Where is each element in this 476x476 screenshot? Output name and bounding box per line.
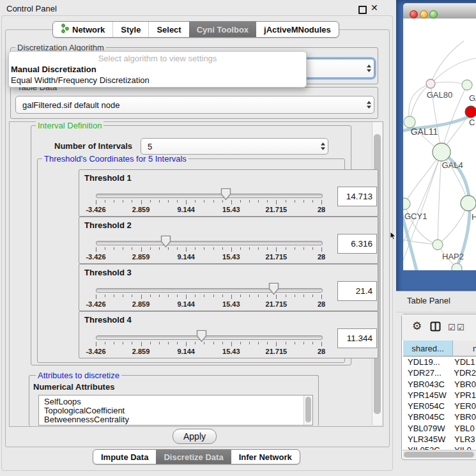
tick-label: 9.144 <box>177 206 195 213</box>
horizontal-scrollbar-thumb[interactable] <box>404 452 474 457</box>
zoom-traffic-light-icon[interactable] <box>429 10 438 19</box>
table-data-combobox[interactable]: galFiltered.sif default node <box>15 96 374 114</box>
tab-infer-network[interactable]: Infer Network <box>231 450 300 464</box>
tick-label: -3.426 <box>86 253 105 261</box>
column-header-name[interactable]: na <box>453 341 476 357</box>
network-canvas[interactable]: GAL80GACGAL11GAL4GCY1HHAP2 <box>403 19 476 270</box>
network-node[interactable] <box>426 79 435 88</box>
gear-icon[interactable]: ⚙ <box>412 319 422 333</box>
tick-mark <box>195 200 196 203</box>
tick-mark <box>222 295 223 297</box>
network-node[interactable] <box>433 240 443 250</box>
tab-impute-data[interactable]: Impute Data <box>93 450 156 464</box>
minimize-traffic-light-icon[interactable] <box>420 10 428 19</box>
dropdown-option[interactable]: Manual Discretization <box>9 64 306 75</box>
attribute-list-item[interactable]: TopologicalCoefficient <box>39 406 312 415</box>
slider-thumb[interactable] <box>196 330 207 342</box>
network-edge <box>410 84 431 122</box>
slider-track[interactable] <box>96 241 323 245</box>
tab-style[interactable]: Style <box>112 22 148 37</box>
tab-label: Impute Data <box>101 452 148 462</box>
tick-mark <box>231 295 232 299</box>
threshold-label: Threshold 2 <box>84 220 132 230</box>
tab-jactivemnodules[interactable]: jActiveMNodules <box>256 22 339 37</box>
tick-label: -3.426 <box>86 348 105 355</box>
tab-discretize-data[interactable]: Discretize Data <box>156 450 231 464</box>
dropdown-option[interactable]: Equal Width/Frequency Discretization <box>9 75 306 86</box>
apply-button[interactable]: Apply <box>173 429 217 444</box>
table-row[interactable]: YDR27...YDR2 <box>402 367 476 378</box>
network-node[interactable] <box>462 80 472 90</box>
cell-name: YER0 <box>452 401 476 411</box>
tick-mark <box>276 247 277 252</box>
slider-track[interactable] <box>96 288 323 293</box>
tick-mark <box>267 200 268 203</box>
tick-mark <box>150 247 151 250</box>
select-all-checkbox-icon[interactable]: ☑ <box>448 323 456 332</box>
tick-label: 15.43 <box>222 348 240 355</box>
slider-thumb[interactable] <box>160 235 171 248</box>
table-row[interactable]: YDL19...YDL1 <box>402 357 476 367</box>
table-row[interactable]: YLR345WYLR3 <box>402 434 476 445</box>
tab-label: jActiveMNodules <box>264 25 331 35</box>
list-scrollbar-thumb[interactable] <box>305 397 311 422</box>
network-node[interactable] <box>452 263 462 270</box>
slider-thumb[interactable] <box>220 188 231 201</box>
thresholds-group-title: Threshold's Coordinates for 5 Intervals <box>42 155 188 164</box>
node-label: GCY1 <box>404 211 427 221</box>
table-row[interactable]: YBL079WYBL0 <box>402 423 476 434</box>
slider-track[interactable] <box>96 194 323 198</box>
network-node[interactable] <box>433 143 450 161</box>
top-tab-bar: NetworkStyleSelectCyni ToolboxjActiveMNo… <box>52 21 339 38</box>
column-header-shared-name[interactable]: shared... <box>403 341 453 357</box>
tick-mark <box>132 342 132 344</box>
float-panel-icon[interactable] <box>358 6 367 14</box>
tick-mark <box>177 295 178 297</box>
tick-mark <box>159 295 160 297</box>
numerical-attributes-list[interactable]: SelfLoopsTopologicalCoefficientBetweenne… <box>38 395 313 426</box>
unselect-all-checkbox-icon[interactable]: ☑ <box>457 323 464 332</box>
intervals-count-spinner[interactable]: 5 <box>141 138 328 155</box>
list-scrollbar[interactable] <box>303 395 312 425</box>
tick-mark <box>321 200 322 204</box>
tab-select[interactable]: Select <box>148 22 188 37</box>
tab-network[interactable]: Network <box>53 22 112 37</box>
cell-name: YDL1 <box>452 357 475 367</box>
close-traffic-light-icon[interactable] <box>410 10 418 19</box>
tick-mark <box>123 200 123 203</box>
horizontal-scrollbar[interactable] <box>403 450 476 459</box>
tick-mark <box>276 295 277 299</box>
attribute-list-item[interactable]: BetweennessCentrality <box>39 415 312 424</box>
table-row[interactable]: YIL052CYIL0 <box>402 445 476 450</box>
network-node[interactable] <box>403 198 410 210</box>
tick-mark <box>159 247 160 250</box>
tick-mark <box>286 295 286 297</box>
tick-label: -3.426 <box>86 300 105 308</box>
slider-thumb[interactable] <box>268 282 279 295</box>
threshold-value-field[interactable]: 14.713 <box>337 187 377 206</box>
threshold-value-field[interactable]: 6.316 <box>337 234 377 254</box>
columns-icon[interactable] <box>430 321 441 334</box>
tick-mark <box>132 200 132 203</box>
table-row[interactable]: YBR045CYBR0 <box>402 411 476 422</box>
table-row[interactable]: YER054CYER0 <box>402 401 476 411</box>
attribute-list-item[interactable]: SelfLoops <box>39 397 312 406</box>
tick-mark <box>303 247 304 250</box>
panel-title: Control Panel <box>6 4 57 13</box>
threshold-value-field[interactable]: 21.4 <box>337 281 377 301</box>
table-row[interactable]: YBR043CYBR0 <box>402 379 476 390</box>
tick-mark <box>177 247 178 250</box>
network-node[interactable] <box>465 106 476 118</box>
table-row[interactable]: YPR145WYPR1 <box>402 390 476 401</box>
tick-mark <box>141 342 142 346</box>
cell-name: YPR1 <box>452 390 476 401</box>
table-rows[interactable]: YDL19...YDL1YDR27...YDR2YBR043CYBR0YPR14… <box>402 357 476 450</box>
network-window-titlebar[interactable] <box>403 3 476 19</box>
tick-mark <box>96 295 96 299</box>
network-node[interactable] <box>461 196 476 211</box>
tick-mark <box>312 200 313 203</box>
threshold-value-field[interactable]: 11.344 <box>337 328 377 348</box>
tab-cyni-toolbox[interactable]: Cyni Toolbox <box>189 22 256 37</box>
close-icon[interactable]: ✕ <box>371 3 378 13</box>
slider-track[interactable] <box>96 335 323 340</box>
